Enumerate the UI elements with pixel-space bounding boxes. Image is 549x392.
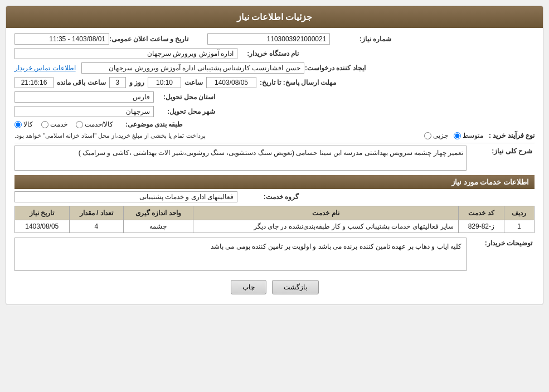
response-time: 10:10	[148, 77, 181, 88]
need-number-value: 1103003921000021	[207, 33, 330, 45]
process-option-partial[interactable]: جزیی	[424, 132, 448, 139]
col-name: نام خدمت	[193, 206, 458, 220]
category-option-1[interactable]: کالا	[14, 120, 33, 128]
contact-link[interactable]: اطلاعات تماس خریدار	[14, 64, 76, 72]
buyer-org-label: نام دستگاه خریدار:	[237, 50, 299, 57]
cell-unit: چشمه	[124, 220, 193, 233]
need-desc-label: شرح کلی نیاز:	[471, 147, 532, 155]
buyer-notes-section: توضیحات خریدار: کلیه ایاب و ذهاب بر عهده…	[14, 238, 535, 274]
need-number-label: شماره نیاز:	[330, 35, 391, 43]
col-date: تاریخ نیاز	[15, 206, 70, 220]
response-remaining: 21:16:16	[14, 77, 54, 88]
service-group-row: گروه خدمت: فعالیتهای اداری و خدمات پشتیب…	[14, 191, 535, 202]
cell-name: سایر فعالیتهای خدمات پشتیبانی کسب و کار …	[193, 220, 458, 233]
print-button[interactable]: چاپ	[231, 280, 266, 294]
need-desc-section: شرح کلی نیاز: تعمیر چهار چشمه سرویس بهدا…	[14, 146, 535, 171]
cell-qty: 4	[69, 220, 123, 233]
remaining-label: ساعت باقی مانده	[57, 79, 106, 86]
service-info-title: اطلاعات خدمات مورد نیاز	[14, 175, 535, 189]
cell-row: 1	[504, 220, 534, 233]
service-group-value: فعالیتهای اداری و خدمات پشتیبانی	[14, 191, 237, 202]
category-row: طبقه بندی موضوعی: کالا/خدمت خدمت کالا	[14, 120, 535, 128]
process-label: نوع فرآیند خرید :	[489, 132, 535, 139]
cell-date: 1403/08/05	[15, 220, 70, 233]
process-note: پرداخت تمام یا بخشی از مبلغ خرید،از محل …	[14, 132, 206, 139]
category-option-3[interactable]: کالا/خدمت	[76, 120, 113, 128]
category-option-2[interactable]: خدمت	[41, 120, 67, 128]
city-label: شهر محل تحویل:	[154, 108, 215, 115]
service-group-label: گروه خدمت:	[237, 193, 299, 201]
buyer-notes-label: توضیحات خریدار:	[471, 239, 532, 247]
back-button[interactable]: بازگشت	[272, 280, 319, 294]
process-option-moderate[interactable]: متوسط	[454, 132, 483, 139]
col-unit: واحد اندازه گیری	[124, 206, 193, 220]
process-row: نوع فرآیند خرید : متوسط جزیی پرداخت تمام…	[14, 132, 535, 139]
creator-row: ایجاد کننده درخواست: حسن افشارنسب کارشنا…	[14, 62, 535, 74]
city-row: شهر محل تحویل: سرجهان	[14, 106, 535, 117]
service-table: ردیف کد خدمت نام خدمت واحد اندازه گیری ت…	[14, 206, 535, 233]
buyer-org-row: نام دستگاه خریدار: اداره آموزش ویرورش سر…	[14, 48, 535, 59]
need-number-row: شماره نیاز: 1103003921000021 تاریخ و ساع…	[14, 33, 535, 45]
deadline-label: مهلت ارسال پاسخ: تا تاریخ:	[260, 79, 336, 86]
response-days: 3	[109, 77, 126, 88]
button-row: بازگشت چاپ	[14, 280, 535, 294]
province-value: فارس	[14, 91, 154, 103]
response-date: 1403/08/05	[206, 77, 256, 88]
category-label: طبقه بندی موضوعی:	[122, 120, 183, 128]
col-code: کد خدمت	[459, 206, 504, 220]
province-label: استان محل تحویل:	[154, 93, 215, 101]
table-row: 1 ز-82-829 سایر فعالیتهای خدمات پشتیبانی…	[15, 220, 535, 233]
buyer-org-value: اداره آموزش ویرورش سرجهان	[14, 48, 237, 59]
creator-label: ایجاد کننده درخواست:	[304, 64, 366, 72]
col-row: ردیف	[504, 206, 534, 220]
announcement-value: 1403/08/01 - 11:35	[14, 33, 109, 45]
days-label: روز و	[129, 79, 144, 86]
deadline-row: مهلت ارسال پاسخ: تا تاریخ: 1403/08/05 سا…	[14, 77, 535, 88]
buyer-notes-value: کلیه ایاب و ذهاب بر عهده تامین کننده برن…	[14, 238, 467, 271]
province-row: استان محل تحویل: فارس	[14, 91, 535, 103]
page-title: جزئیات اطلاعات نیاز	[6, 6, 543, 28]
cell-code: ز-82-829	[459, 220, 504, 233]
announcement-label: تاریخ و ساعت اعلان عمومی:	[109, 35, 188, 43]
city-value: سرجهان	[14, 106, 154, 117]
col-qty: تعداد / مقدار	[69, 206, 123, 220]
creator-value: حسن افشارنسب کارشناس پشتیبانی اداره آموز…	[81, 62, 304, 74]
need-desc-value: تعمیر چهار چشمه سرویس بهداشتی مدرسه ابن …	[14, 146, 467, 171]
time-label: ساعت	[184, 79, 203, 86]
